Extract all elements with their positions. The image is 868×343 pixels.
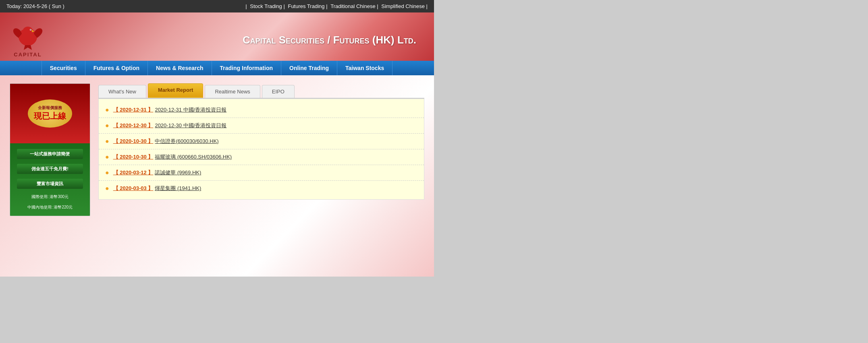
bullet-icon: ● <box>105 106 109 114</box>
report-date[interactable]: 【 2020-12-30 】 <box>113 122 154 129</box>
top-bar-links: | Stock Trading | Futures Trading | Trad… <box>245 3 428 9</box>
report-date[interactable]: 【 2020-03-03 】 <box>113 185 154 192</box>
report-title[interactable]: 2020-12-31 中國/香港投資日報 <box>155 106 226 114</box>
bullet-icon: ● <box>105 122 109 129</box>
report-list: ●【 2020-12-31 】2020-12-31 中國/香港投資日報●【 20… <box>98 99 424 200</box>
banner-area: 全新報價服務 現已上線 一站式服務申請簡便 佣金達五千免月費! 豐富市場資訊 國… <box>10 83 90 269</box>
right-panel: What's New Market Report Realtime News E… <box>98 83 424 269</box>
report-date[interactable]: 【 2020-10-30 】 <box>113 153 154 161</box>
report-date[interactable]: 【 2020-12-31 】 <box>113 106 154 114</box>
svg-point-3 <box>30 29 31 30</box>
bullet-icon: ● <box>105 153 109 161</box>
banner-btn1[interactable]: 一站式服務申請簡便 <box>17 149 83 159</box>
stock-trading-link[interactable]: Stock Trading <box>250 3 282 9</box>
nav-bar: Securities Futures & Option News & Resea… <box>0 61 434 75</box>
banner-text2: 中國內地使用: 港幣220元 <box>27 205 73 210</box>
report-item[interactable]: ●【 2020-10-30 】中信證券(600030/6030.HK) <box>99 134 424 149</box>
nav-online-trading[interactable]: Online Trading <box>281 61 337 75</box>
tab-eipo[interactable]: EIPO <box>262 85 295 98</box>
nav-taiwan-stocks[interactable]: Taiwan Stocks <box>337 61 392 75</box>
report-title[interactable]: 煇星集團 (1941.HK) <box>155 185 201 192</box>
banner-image: 全新報價服務 現已上線 一站式服務申請簡便 佣金達五千免月費! 豐富市場資訊 國… <box>10 83 90 216</box>
report-item[interactable]: ●【 2020-12-30 】2020-12-30 中國/香港投資日報 <box>99 118 424 134</box>
report-title[interactable]: 福耀玻璃 (600660.SH/03606.HK) <box>155 153 232 161</box>
report-item[interactable]: ●【 2020-12-31 】2020-12-31 中國/香港投資日報 <box>99 102 424 118</box>
bullet-icon: ● <box>105 138 109 145</box>
company-title: Capital Securities / Futures (HK) Ltd. <box>46 34 424 46</box>
futures-trading-link[interactable]: Futures Trading <box>288 3 324 9</box>
header: CAPITAL Capital Securities / Futures (HK… <box>0 12 434 61</box>
banner-bottom: 一站式服務申請簡便 佣金達五千免月費! 豐富市場資訊 國際使用: 港幣300元 … <box>10 143 90 216</box>
bullet-icon: ● <box>105 169 109 176</box>
banner-top: 全新報價服務 現已上線 <box>10 84 90 143</box>
traditional-chinese-link[interactable]: Traditional Chinese <box>330 3 376 9</box>
nav-news-research[interactable]: News & Research <box>148 61 212 75</box>
svg-point-1 <box>23 27 33 35</box>
top-bar: Today: 2024-5-26 ( Sun ) | Stock Trading… <box>0 0 434 12</box>
tab-realtime-news[interactable]: Realtime News <box>205 85 260 98</box>
report-item[interactable]: ●【 2020-03-12 】諾誠健華 (9969.HK) <box>99 165 424 181</box>
tab-market-report[interactable]: Market Report <box>148 83 203 98</box>
nav-trading-info[interactable]: Trading Information <box>212 61 281 75</box>
report-item[interactable]: ●【 2020-10-30 】福耀玻璃 (600660.SH/03606.HK) <box>99 149 424 165</box>
report-item[interactable]: ●【 2020-03-03 】煇星集團 (1941.HK) <box>99 181 424 196</box>
banner-circle-text2: 現已上線 <box>34 111 66 122</box>
logo-icon <box>10 23 46 51</box>
main-content: 全新報價服務 現已上線 一站式服務申請簡便 佣金達五千免月費! 豐富市場資訊 國… <box>0 75 434 277</box>
bullet-icon: ● <box>105 185 109 192</box>
tab-whats-new[interactable]: What's New <box>98 85 146 98</box>
report-title[interactable]: 諾誠健華 (9969.HK) <box>155 169 201 176</box>
nav-futures[interactable]: Futures & Option <box>85 61 148 75</box>
logo-text: CAPITAL <box>14 52 42 58</box>
banner-text1: 國際使用: 港幣300元 <box>31 194 69 200</box>
report-date[interactable]: 【 2020-03-12 】 <box>113 169 154 176</box>
banner-circle: 全新報價服務 現已上線 <box>28 99 72 128</box>
tabs-container: What's New Market Report Realtime News E… <box>98 83 424 99</box>
report-date[interactable]: 【 2020-10-30 】 <box>113 138 154 145</box>
logo-area: CAPITAL <box>10 23 46 58</box>
report-title[interactable]: 2020-12-30 中國/香港投資日報 <box>155 122 226 129</box>
banner-btn3[interactable]: 豐富市場資訊 <box>17 179 83 189</box>
banner-circle-text1: 全新報價服務 <box>38 105 62 111</box>
nav-securities[interactable]: Securities <box>42 61 85 75</box>
report-title[interactable]: 中信證券(600030/6030.HK) <box>155 138 218 145</box>
banner-btn2[interactable]: 佣金達五千免月費! <box>17 164 83 174</box>
simplified-chinese-link[interactable]: Simplified Chinese <box>381 3 425 9</box>
date-display: Today: 2024-5-26 ( Sun ) <box>6 3 64 9</box>
